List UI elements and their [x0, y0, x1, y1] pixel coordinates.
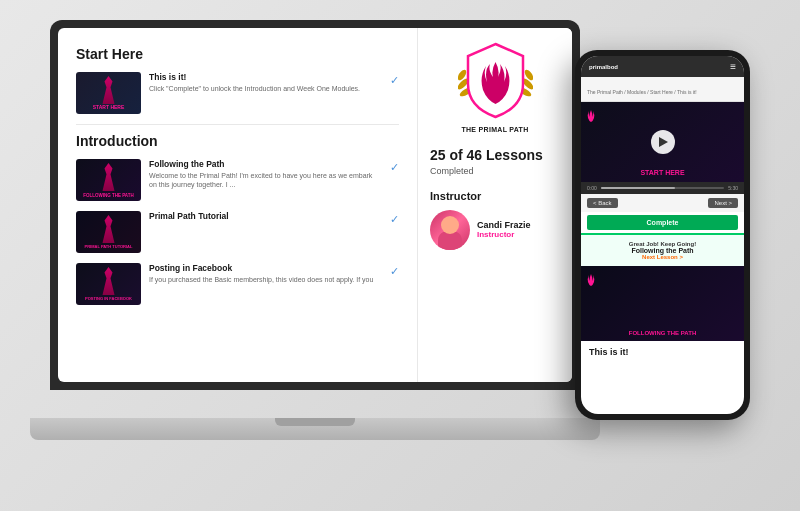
checkmark-posting: ✓ [390, 265, 399, 278]
lesson-item-tutorial[interactable]: Primal Path Tutorial ✓ [76, 211, 399, 253]
laptop: Start Here This is it! Click "Complete" … [50, 20, 610, 440]
instructor-role: Instructor [477, 230, 531, 239]
thumb-figure-tutorial [99, 215, 119, 243]
phone-header: primalbod ≡ [581, 56, 744, 77]
phone-congrats-lesson: Following the Path [589, 247, 736, 254]
lesson-desc-start: Click "Complete" to unlock the Introduct… [149, 84, 382, 93]
laptop-screen: Start Here This is it! Click "Complete" … [58, 28, 572, 382]
phone-next-button[interactable]: Next > [708, 198, 738, 208]
laptop-right-panel: THE PRIMAL PATH 25 of 46 Lessons Complet… [417, 28, 572, 382]
phone-video-start[interactable] [581, 102, 744, 182]
brand-logo [458, 42, 533, 122]
phone-time-start: 0:00 [587, 185, 597, 191]
laptop-screen-border: Start Here This is it! Click "Complete" … [50, 20, 580, 390]
lesson-info-following: Following the Path Welcome to the Primal… [149, 159, 382, 189]
play-triangle-icon [659, 137, 668, 147]
phone-controls: 0:00 5:30 [581, 182, 744, 194]
phone-nav-buttons: < Back Next > [581, 194, 744, 212]
laptop-left-panel: Start Here This is it! Click "Complete" … [58, 28, 417, 382]
phone-next-lesson-link[interactable]: Next Lesson > [589, 254, 736, 260]
instructor-section: Instructor Candi Frazie Instructor [430, 190, 560, 250]
thumb-figure-following [99, 163, 119, 191]
instructor-text: Candi Frazie Instructor [477, 220, 531, 239]
lesson-thumb-following [76, 159, 141, 201]
lesson-info-tutorial: Primal Path Tutorial [149, 211, 382, 223]
phone-back-button[interactable]: < Back [587, 198, 618, 208]
phone-congrats-section: Great Job! Keep Going! Following the Pat… [581, 233, 744, 266]
logo-area: THE PRIMAL PATH [430, 42, 560, 133]
lesson-info-start: This is it! Click "Complete" to unlock t… [149, 72, 382, 93]
phone-screen: primalbod ≡ The Primal Path / Modules / … [581, 56, 744, 414]
section-title-start: Start Here [76, 46, 399, 62]
phone-time-end: 5:30 [728, 185, 738, 191]
instructor-name: Candi Frazie [477, 220, 531, 230]
phone-this-is-it-title: This is it! [581, 341, 744, 363]
lessons-count: 25 of 46 Lessons [430, 147, 560, 164]
checkmark-following: ✓ [390, 161, 399, 174]
lesson-thumb-tutorial [76, 211, 141, 253]
lesson-info-posting: Posting in Facebook If you purchased the… [149, 263, 382, 284]
lesson-desc-posting: If you purchased the Basic membership, t… [149, 275, 382, 284]
scene: Start Here This is it! Click "Complete" … [0, 0, 800, 511]
thumb-figure-start [99, 76, 119, 104]
shield-svg [458, 42, 533, 122]
lesson-desc-following: Welcome to the Primal Path! I'm excited … [149, 171, 382, 189]
lesson-name-following: Following the Path [149, 159, 382, 169]
lessons-completed-label: Completed [430, 166, 560, 176]
instructor-avatar [430, 210, 470, 250]
phone-breadcrumb: The Primal Path / Modules / Start Here /… [587, 89, 697, 95]
phone-progress-bar[interactable] [601, 187, 725, 189]
phone-nav: The Primal Path / Modules / Start Here /… [581, 77, 744, 102]
phone-flame-icon [587, 108, 595, 126]
lesson-item-following[interactable]: Following the Path Welcome to the Primal… [76, 159, 399, 201]
instructor-section-title: Instructor [430, 190, 560, 202]
phone: primalbod ≡ The Primal Path / Modules / … [575, 50, 750, 420]
section-divider-1 [76, 124, 399, 125]
phone-logo: primalbod [589, 64, 618, 70]
instructor-info: Candi Frazie Instructor [430, 210, 560, 250]
lesson-item-posting[interactable]: Posting in Facebook If you purchased the… [76, 263, 399, 305]
laptop-base [30, 418, 600, 440]
checkmark-start: ✓ [390, 74, 399, 87]
section-title-intro: Introduction [76, 133, 399, 149]
phone-flame-icon-2 [587, 272, 595, 290]
checkmark-tutorial: ✓ [390, 213, 399, 226]
phone-progress-fill [601, 187, 675, 189]
lesson-thumb-posting [76, 263, 141, 305]
brand-name: THE PRIMAL PATH [461, 126, 528, 133]
thumb-figure-posting [99, 267, 119, 295]
lesson-name-tutorial: Primal Path Tutorial [149, 211, 382, 221]
phone-complete-button[interactable]: Complete [587, 215, 738, 230]
phone-play-button[interactable] [651, 130, 675, 154]
phone-video-following[interactable] [581, 266, 744, 341]
lesson-thumb-start [76, 72, 141, 114]
lesson-name-posting: Posting in Facebook [149, 263, 382, 273]
lesson-item-start-here[interactable]: This is it! Click "Complete" to unlock t… [76, 72, 399, 114]
lesson-name-start: This is it! [149, 72, 382, 82]
phone-menu-icon: ≡ [730, 61, 736, 72]
